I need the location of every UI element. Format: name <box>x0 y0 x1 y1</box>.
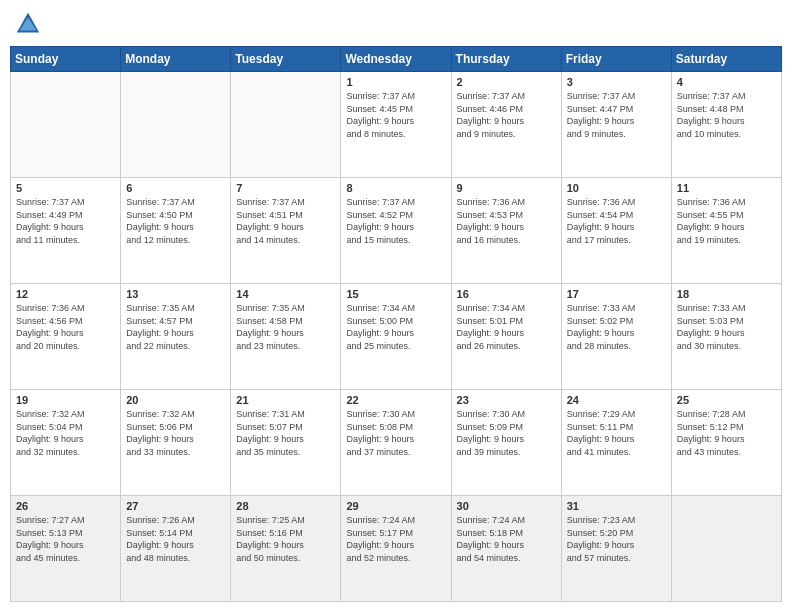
day-number: 24 <box>567 394 666 406</box>
day-info: Sunrise: 7:31 AM Sunset: 5:07 PM Dayligh… <box>236 408 335 458</box>
page: SundayMondayTuesdayWednesdayThursdayFrid… <box>0 0 792 612</box>
calendar-week-2: 5Sunrise: 7:37 AM Sunset: 4:49 PM Daylig… <box>11 178 782 284</box>
day-info: Sunrise: 7:36 AM Sunset: 4:53 PM Dayligh… <box>457 196 556 246</box>
day-info: Sunrise: 7:37 AM Sunset: 4:45 PM Dayligh… <box>346 90 445 140</box>
day-info: Sunrise: 7:23 AM Sunset: 5:20 PM Dayligh… <box>567 514 666 564</box>
day-info: Sunrise: 7:24 AM Sunset: 5:17 PM Dayligh… <box>346 514 445 564</box>
day-number: 8 <box>346 182 445 194</box>
calendar-cell: 15Sunrise: 7:34 AM Sunset: 5:00 PM Dayli… <box>341 284 451 390</box>
calendar-week-4: 19Sunrise: 7:32 AM Sunset: 5:04 PM Dayli… <box>11 390 782 496</box>
calendar-cell <box>121 72 231 178</box>
day-info: Sunrise: 7:37 AM Sunset: 4:48 PM Dayligh… <box>677 90 776 140</box>
calendar-cell: 28Sunrise: 7:25 AM Sunset: 5:16 PM Dayli… <box>231 496 341 602</box>
day-number: 9 <box>457 182 556 194</box>
day-number: 16 <box>457 288 556 300</box>
day-number: 29 <box>346 500 445 512</box>
header <box>10 10 782 38</box>
calendar-cell <box>11 72 121 178</box>
day-info: Sunrise: 7:34 AM Sunset: 5:00 PM Dayligh… <box>346 302 445 352</box>
day-info: Sunrise: 7:29 AM Sunset: 5:11 PM Dayligh… <box>567 408 666 458</box>
calendar-table: SundayMondayTuesdayWednesdayThursdayFrid… <box>10 46 782 602</box>
day-number: 22 <box>346 394 445 406</box>
calendar-cell: 5Sunrise: 7:37 AM Sunset: 4:49 PM Daylig… <box>11 178 121 284</box>
calendar-cell: 29Sunrise: 7:24 AM Sunset: 5:17 PM Dayli… <box>341 496 451 602</box>
day-number: 15 <box>346 288 445 300</box>
weekday-header-friday: Friday <box>561 47 671 72</box>
day-info: Sunrise: 7:36 AM Sunset: 4:56 PM Dayligh… <box>16 302 115 352</box>
weekday-header-row: SundayMondayTuesdayWednesdayThursdayFrid… <box>11 47 782 72</box>
day-info: Sunrise: 7:35 AM Sunset: 4:57 PM Dayligh… <box>126 302 225 352</box>
weekday-header-thursday: Thursday <box>451 47 561 72</box>
calendar-cell: 31Sunrise: 7:23 AM Sunset: 5:20 PM Dayli… <box>561 496 671 602</box>
calendar-cell: 20Sunrise: 7:32 AM Sunset: 5:06 PM Dayli… <box>121 390 231 496</box>
day-number: 3 <box>567 76 666 88</box>
day-number: 4 <box>677 76 776 88</box>
calendar-cell: 14Sunrise: 7:35 AM Sunset: 4:58 PM Dayli… <box>231 284 341 390</box>
day-number: 27 <box>126 500 225 512</box>
calendar-cell <box>231 72 341 178</box>
weekday-header-monday: Monday <box>121 47 231 72</box>
day-info: Sunrise: 7:37 AM Sunset: 4:51 PM Dayligh… <box>236 196 335 246</box>
day-number: 21 <box>236 394 335 406</box>
calendar-cell: 10Sunrise: 7:36 AM Sunset: 4:54 PM Dayli… <box>561 178 671 284</box>
calendar-cell: 16Sunrise: 7:34 AM Sunset: 5:01 PM Dayli… <box>451 284 561 390</box>
day-number: 26 <box>16 500 115 512</box>
calendar-cell: 22Sunrise: 7:30 AM Sunset: 5:08 PM Dayli… <box>341 390 451 496</box>
calendar-cell: 3Sunrise: 7:37 AM Sunset: 4:47 PM Daylig… <box>561 72 671 178</box>
day-info: Sunrise: 7:37 AM Sunset: 4:46 PM Dayligh… <box>457 90 556 140</box>
calendar-cell: 8Sunrise: 7:37 AM Sunset: 4:52 PM Daylig… <box>341 178 451 284</box>
day-number: 23 <box>457 394 556 406</box>
day-number: 31 <box>567 500 666 512</box>
calendar-week-3: 12Sunrise: 7:36 AM Sunset: 4:56 PM Dayli… <box>11 284 782 390</box>
weekday-header-sunday: Sunday <box>11 47 121 72</box>
day-info: Sunrise: 7:32 AM Sunset: 5:04 PM Dayligh… <box>16 408 115 458</box>
calendar-cell: 12Sunrise: 7:36 AM Sunset: 4:56 PM Dayli… <box>11 284 121 390</box>
day-number: 7 <box>236 182 335 194</box>
logo <box>14 10 46 38</box>
day-info: Sunrise: 7:37 AM Sunset: 4:50 PM Dayligh… <box>126 196 225 246</box>
day-number: 11 <box>677 182 776 194</box>
calendar-cell: 21Sunrise: 7:31 AM Sunset: 5:07 PM Dayli… <box>231 390 341 496</box>
calendar-week-1: 1Sunrise: 7:37 AM Sunset: 4:45 PM Daylig… <box>11 72 782 178</box>
calendar-cell: 2Sunrise: 7:37 AM Sunset: 4:46 PM Daylig… <box>451 72 561 178</box>
day-info: Sunrise: 7:34 AM Sunset: 5:01 PM Dayligh… <box>457 302 556 352</box>
day-number: 5 <box>16 182 115 194</box>
day-info: Sunrise: 7:35 AM Sunset: 4:58 PM Dayligh… <box>236 302 335 352</box>
day-number: 14 <box>236 288 335 300</box>
day-info: Sunrise: 7:37 AM Sunset: 4:47 PM Dayligh… <box>567 90 666 140</box>
day-info: Sunrise: 7:36 AM Sunset: 4:55 PM Dayligh… <box>677 196 776 246</box>
day-info: Sunrise: 7:26 AM Sunset: 5:14 PM Dayligh… <box>126 514 225 564</box>
day-info: Sunrise: 7:37 AM Sunset: 4:52 PM Dayligh… <box>346 196 445 246</box>
calendar-cell: 23Sunrise: 7:30 AM Sunset: 5:09 PM Dayli… <box>451 390 561 496</box>
day-info: Sunrise: 7:24 AM Sunset: 5:18 PM Dayligh… <box>457 514 556 564</box>
day-number: 19 <box>16 394 115 406</box>
day-number: 18 <box>677 288 776 300</box>
calendar-cell: 6Sunrise: 7:37 AM Sunset: 4:50 PM Daylig… <box>121 178 231 284</box>
calendar-cell <box>671 496 781 602</box>
weekday-header-wednesday: Wednesday <box>341 47 451 72</box>
calendar-cell: 9Sunrise: 7:36 AM Sunset: 4:53 PM Daylig… <box>451 178 561 284</box>
day-number: 28 <box>236 500 335 512</box>
day-info: Sunrise: 7:27 AM Sunset: 5:13 PM Dayligh… <box>16 514 115 564</box>
day-number: 1 <box>346 76 445 88</box>
calendar-cell: 11Sunrise: 7:36 AM Sunset: 4:55 PM Dayli… <box>671 178 781 284</box>
day-info: Sunrise: 7:33 AM Sunset: 5:02 PM Dayligh… <box>567 302 666 352</box>
day-info: Sunrise: 7:28 AM Sunset: 5:12 PM Dayligh… <box>677 408 776 458</box>
weekday-header-tuesday: Tuesday <box>231 47 341 72</box>
calendar-cell: 13Sunrise: 7:35 AM Sunset: 4:57 PM Dayli… <box>121 284 231 390</box>
calendar-cell: 25Sunrise: 7:28 AM Sunset: 5:12 PM Dayli… <box>671 390 781 496</box>
day-info: Sunrise: 7:37 AM Sunset: 4:49 PM Dayligh… <box>16 196 115 246</box>
calendar-cell: 18Sunrise: 7:33 AM Sunset: 5:03 PM Dayli… <box>671 284 781 390</box>
calendar-cell: 19Sunrise: 7:32 AM Sunset: 5:04 PM Dayli… <box>11 390 121 496</box>
calendar-week-5: 26Sunrise: 7:27 AM Sunset: 5:13 PM Dayli… <box>11 496 782 602</box>
calendar-cell: 1Sunrise: 7:37 AM Sunset: 4:45 PM Daylig… <box>341 72 451 178</box>
logo-icon <box>14 10 42 38</box>
day-number: 12 <box>16 288 115 300</box>
day-number: 17 <box>567 288 666 300</box>
day-info: Sunrise: 7:30 AM Sunset: 5:08 PM Dayligh… <box>346 408 445 458</box>
weekday-header-saturday: Saturday <box>671 47 781 72</box>
day-info: Sunrise: 7:32 AM Sunset: 5:06 PM Dayligh… <box>126 408 225 458</box>
day-number: 20 <box>126 394 225 406</box>
day-info: Sunrise: 7:36 AM Sunset: 4:54 PM Dayligh… <box>567 196 666 246</box>
calendar-cell: 24Sunrise: 7:29 AM Sunset: 5:11 PM Dayli… <box>561 390 671 496</box>
